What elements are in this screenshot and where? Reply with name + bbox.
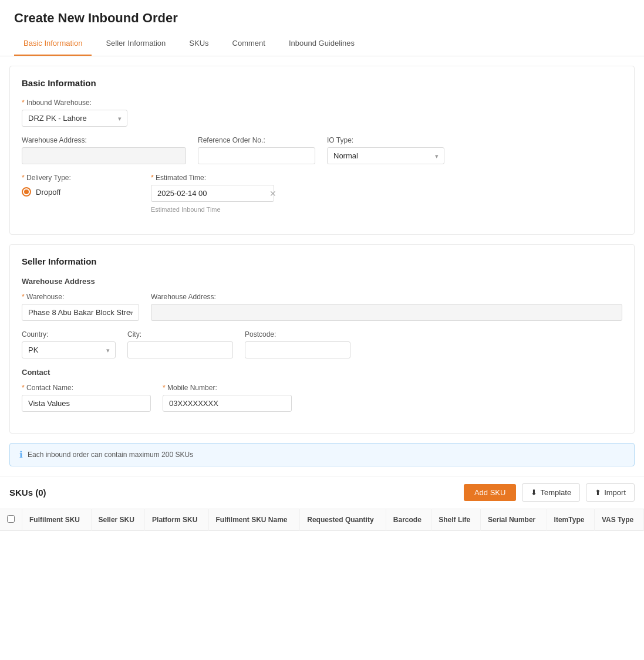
col-fulfilment-sku: Fulfilment SKU	[22, 509, 92, 531]
contact-name-input[interactable]	[22, 395, 151, 412]
io-type-label: IO Type:	[327, 136, 444, 144]
estimated-inbound-time-hint: Estimated Inbound Time	[151, 206, 280, 213]
table-header-checkbox	[0, 509, 22, 531]
inbound-warehouse-label: Inbound Warehouse:	[22, 99, 127, 107]
info-icon: ℹ	[19, 449, 23, 460]
contact-name-label: Contact Name:	[22, 384, 151, 392]
seller-information-section: Seller Information Warehouse Address War…	[9, 244, 635, 434]
reference-order-no-input[interactable]	[198, 147, 315, 164]
template-button[interactable]: ⬇ Template	[522, 483, 580, 502]
country-label: Country:	[22, 330, 116, 339]
reference-order-no-label: Reference Order No.:	[198, 136, 315, 144]
add-sku-button[interactable]: Add SKU	[464, 484, 516, 501]
seller-warehouse-address-label: Warehouse Address:	[151, 293, 622, 301]
delivery-type-label: Delivery Type:	[22, 174, 116, 182]
import-button[interactable]: ⬆ Import	[586, 483, 635, 502]
col-serial-number: Serial Number	[480, 509, 547, 531]
col-requested-quantity: Requested Quantity	[300, 509, 386, 531]
skus-title: SKUs (0)	[9, 488, 46, 497]
estimated-time-label: Estimated Time:	[151, 174, 280, 182]
dropoff-label: Dropoff	[36, 188, 60, 197]
warehouse-address-input	[22, 147, 186, 164]
io-type-select[interactable]: Normal Express Priority	[327, 147, 444, 164]
skus-actions: Add SKU ⬇ Template ⬆ Import	[464, 483, 635, 502]
col-platform-sku: Platform SKU	[145, 509, 208, 531]
tabs-bar: Basic Information Seller Information SKU…	[0, 32, 644, 56]
download-icon: ⬇	[531, 488, 537, 497]
col-barcode: Barcode	[386, 509, 431, 531]
tab-inbound-guidelines[interactable]: Inbound Guidelines	[279, 32, 364, 56]
mobile-number-label: Mobile Number:	[163, 384, 292, 392]
seller-warehouse-address-input	[151, 304, 622, 321]
col-seller-sku: Seller SKU	[91, 509, 144, 531]
dropoff-radio[interactable]	[22, 187, 31, 197]
tab-basic-information[interactable]: Basic Information	[14, 32, 92, 56]
inbound-warehouse-select[interactable]: DRZ PK - Lahore	[22, 110, 127, 127]
clear-estimated-time-button[interactable]: ✕	[269, 189, 277, 198]
skus-info-bar: ℹ Each inbound order can contain maximum…	[9, 443, 635, 466]
warehouse-address-subtitle: Warehouse Address	[22, 277, 622, 286]
basic-information-section: Basic Information Inbound Warehouse: DRZ…	[9, 66, 635, 235]
skus-table: Fulfilment SKU Seller SKU Platform SKU F…	[0, 509, 644, 531]
estimated-time-input[interactable]	[151, 185, 274, 202]
tab-skus[interactable]: SKUs	[180, 32, 218, 56]
contact-subtitle: Contact	[22, 368, 622, 377]
warehouse-address-label: Warehouse Address:	[22, 136, 186, 144]
postcode-label: Postcode:	[245, 330, 350, 339]
seller-warehouse-label: Warehouse:	[22, 293, 139, 301]
delivery-type-radio-group: Dropoff	[22, 187, 116, 197]
postcode-input[interactable]	[245, 341, 350, 358]
country-select[interactable]: PK	[22, 341, 116, 358]
import-icon: ⬆	[595, 488, 601, 497]
col-vas-type: VAS Type	[594, 509, 643, 531]
template-label: Template	[540, 488, 571, 497]
select-all-checkbox[interactable]	[7, 515, 15, 523]
skus-header: SKUs (0) Add SKU ⬇ Template ⬆ Import	[0, 476, 644, 509]
seller-warehouse-select[interactable]: Phase 8 Abu Bakar Block Stre...	[22, 304, 139, 321]
mobile-number-input[interactable]	[163, 395, 292, 412]
tab-comment[interactable]: Comment	[223, 32, 275, 56]
skus-info-text: Each inbound order can contain maximum 2…	[28, 451, 193, 459]
page-title: Create New Inbound Order	[14, 11, 630, 26]
tab-seller-information[interactable]: Seller Information	[96, 32, 175, 56]
col-fulfilment-sku-name: Fulfilment SKU Name	[208, 509, 300, 531]
col-item-type: ItemType	[547, 509, 594, 531]
col-shelf-life: Shelf Life	[431, 509, 481, 531]
city-input[interactable]	[127, 341, 233, 358]
import-label: Import	[604, 488, 626, 497]
city-label: City:	[127, 330, 233, 339]
seller-information-title: Seller Information	[22, 256, 622, 266]
basic-information-title: Basic Information	[22, 78, 622, 88]
